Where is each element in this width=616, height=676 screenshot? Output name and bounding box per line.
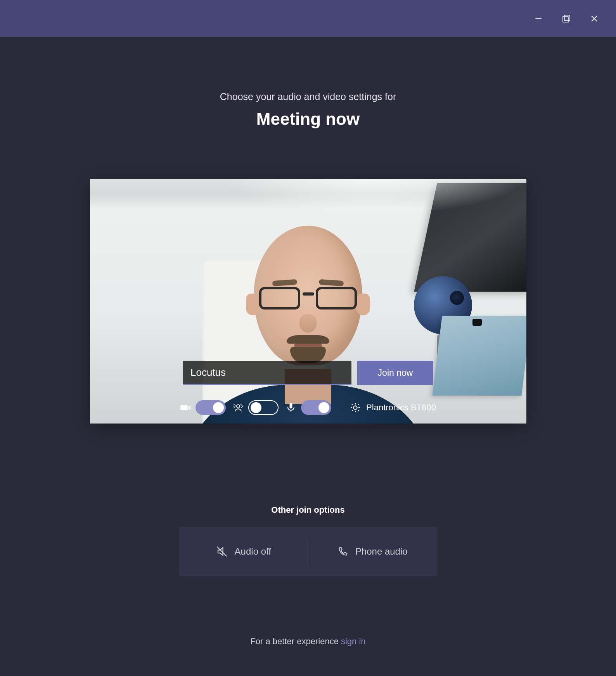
svg-line-6 [234, 404, 236, 406]
gear-icon [350, 402, 361, 413]
svg-rect-2 [563, 17, 568, 22]
maximize-icon [562, 14, 571, 23]
camera-toggle-group [180, 400, 226, 415]
toggle-row: Plantronics BT600 [90, 400, 526, 415]
phone-icon [337, 546, 348, 557]
main-content: Choose your audio and video settings for… [0, 37, 616, 647]
other-options-row: Audio off Phone audio [179, 527, 437, 576]
svg-point-5 [237, 405, 240, 408]
background-toggle[interactable] [248, 400, 279, 415]
phone-audio-label: Phone audio [355, 546, 408, 557]
subtitle: Choose your audio and video settings for [220, 91, 396, 102]
audio-off-button[interactable]: Audio off [179, 527, 308, 576]
mic-toggle[interactable] [301, 400, 331, 415]
svg-line-9 [241, 406, 243, 408]
join-now-button[interactable]: Join now [357, 361, 433, 385]
camera-icon [180, 402, 191, 413]
svg-line-7 [241, 404, 243, 406]
preview-scene [90, 179, 526, 424]
close-icon [590, 15, 598, 22]
person-silhouette [188, 226, 428, 424]
mic-toggle-group [286, 400, 331, 415]
minimize-icon [535, 15, 542, 22]
svg-line-8 [234, 406, 235, 408]
sign-in-link[interactable]: sign in [341, 636, 366, 646]
join-controls: Join now [183, 361, 433, 385]
close-button[interactable] [580, 5, 608, 32]
name-input[interactable] [183, 361, 351, 385]
audio-off-label: Audio off [235, 546, 271, 557]
phone-audio-button[interactable]: Phone audio [308, 527, 437, 576]
page-title: Meeting now [256, 109, 360, 129]
svg-rect-1 [564, 15, 570, 21]
background-effects-icon [233, 402, 244, 413]
video-preview: Join now [90, 179, 526, 424]
other-options-title: Other join options [271, 505, 344, 515]
audio-off-icon [216, 546, 228, 557]
microphone-icon [286, 402, 296, 413]
camera-toggle[interactable] [196, 400, 226, 415]
minimize-button[interactable] [524, 5, 552, 32]
maximize-button[interactable] [552, 5, 580, 32]
background-toggle-group [233, 400, 279, 415]
device-settings[interactable]: Plantronics BT600 [350, 402, 436, 413]
device-label: Plantronics BT600 [366, 403, 436, 413]
svg-rect-10 [290, 403, 292, 408]
footer-text: For a better experience sign in [250, 636, 365, 647]
titlebar [0, 0, 616, 37]
